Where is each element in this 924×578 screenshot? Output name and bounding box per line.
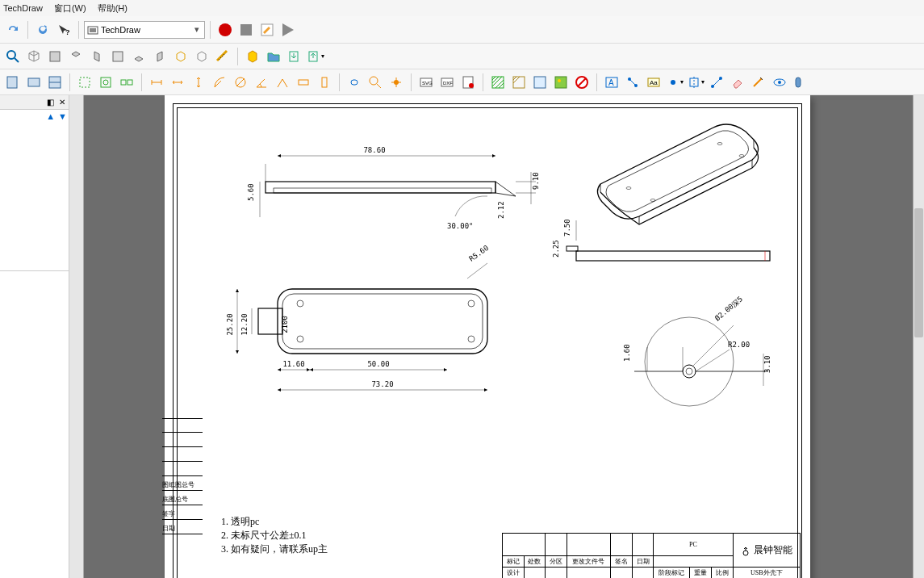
dim-30-00: 30.00° bbox=[447, 222, 474, 230]
right-view-icon[interactable] bbox=[87, 47, 107, 66]
svg-line-73 bbox=[467, 263, 487, 279]
stop-icon[interactable] bbox=[236, 20, 256, 40]
page-new-icon[interactable] bbox=[243, 47, 262, 66]
svg-point-24 bbox=[370, 77, 378, 85]
svg-line-5 bbox=[15, 58, 19, 62]
svg-point-89 bbox=[686, 368, 692, 375]
menu-window[interactable]: 窗口(W) bbox=[54, 2, 86, 15]
scrollbar-vertical[interactable] bbox=[913, 95, 924, 578]
bottom-view-icon[interactable] bbox=[129, 47, 148, 66]
td-detail-view-icon[interactable] bbox=[96, 73, 115, 92]
td-geom-hatch-icon[interactable] bbox=[509, 73, 529, 92]
td-view-icon[interactable] bbox=[24, 73, 44, 92]
macro-edit-icon[interactable] bbox=[257, 20, 277, 40]
front-view-icon[interactable] bbox=[45, 47, 65, 66]
td-leaderline-icon[interactable] bbox=[623, 73, 642, 92]
td-balloon-icon[interactable] bbox=[366, 73, 385, 92]
svg-text:DXF: DXF bbox=[443, 81, 453, 86]
ruler-vertical bbox=[69, 95, 84, 578]
folder-open-icon[interactable] bbox=[264, 47, 283, 66]
svg-text:SVG: SVG bbox=[422, 81, 433, 86]
tree-view[interactable]: ▲▼ bbox=[0, 110, 69, 271]
top-view-icon[interactable] bbox=[66, 47, 86, 66]
td-dim-horizontal-icon[interactable] bbox=[168, 73, 187, 92]
record-icon[interactable] bbox=[215, 20, 235, 40]
dim-2-12: 2.12 bbox=[497, 201, 505, 219]
play-icon[interactable] bbox=[278, 20, 298, 40]
td-image-icon[interactable] bbox=[551, 73, 571, 92]
dim-9-10: 9.10 bbox=[532, 172, 540, 190]
td-export-page-icon[interactable] bbox=[458, 73, 478, 92]
td-richtext-icon[interactable]: Aa bbox=[644, 73, 663, 92]
td-show-all-icon[interactable] bbox=[770, 73, 789, 92]
svg-rect-14 bbox=[80, 77, 90, 87]
td-section-icon[interactable] bbox=[45, 73, 65, 92]
td-toggle-frame-icon[interactable] bbox=[572, 73, 592, 92]
svg-line-19 bbox=[215, 81, 221, 87]
td-dim-length-icon[interactable] bbox=[147, 73, 166, 92]
td-centerline-icon[interactable]: ▾ bbox=[686, 73, 705, 92]
pin-icon[interactable]: ◧ bbox=[47, 98, 54, 107]
td-cosmetic-vertex-icon[interactable]: ▾ bbox=[665, 73, 684, 92]
svg-point-72 bbox=[468, 336, 475, 342]
toolbar-view: ▾ bbox=[0, 44, 924, 69]
td-annotation-icon[interactable]: A bbox=[602, 73, 621, 92]
td-decorate-icon[interactable] bbox=[749, 73, 768, 92]
td-symbol-icon[interactable] bbox=[530, 73, 550, 92]
close-panel-icon[interactable]: ✕ bbox=[59, 98, 65, 107]
measure-icon[interactable] bbox=[213, 47, 232, 66]
property-view[interactable] bbox=[0, 271, 69, 578]
td-page-icon[interactable] bbox=[3, 73, 23, 92]
dim-50-00: 50.00 bbox=[367, 360, 389, 368]
model-panel: ◧ ✕ ▲▼ bbox=[0, 95, 69, 578]
dim-25-20: 25.20 bbox=[226, 313, 234, 335]
td-dim-angle-icon[interactable] bbox=[252, 73, 271, 92]
td-dim-vertical-icon[interactable] bbox=[189, 73, 208, 92]
refresh-icon[interactable] bbox=[33, 20, 52, 40]
td-dim-angle3pt-icon[interactable] bbox=[273, 73, 292, 92]
td-insert-view-icon[interactable] bbox=[75, 73, 94, 92]
td-export-svg-icon[interactable]: SVG bbox=[416, 73, 436, 92]
svg-point-82 bbox=[739, 155, 744, 157]
export-icon[interactable] bbox=[285, 47, 304, 66]
menu-help[interactable]: 帮助(H) bbox=[98, 2, 128, 15]
dim-2-25: 2.25 bbox=[552, 240, 560, 258]
box2-view-icon[interactable] bbox=[192, 47, 211, 66]
left-view-icon[interactable] bbox=[150, 47, 169, 66]
svg-point-49 bbox=[671, 80, 675, 85]
dim-78-60: 78.60 bbox=[363, 146, 385, 154]
dim-3-10: 3.10 bbox=[763, 355, 771, 373]
export-dropdown-icon[interactable]: ▾ bbox=[306, 47, 325, 66]
iso-view-icon[interactable] bbox=[24, 47, 44, 66]
svg-rect-66 bbox=[278, 289, 487, 354]
box-view-icon[interactable] bbox=[171, 47, 190, 66]
td-cosmetic-eraser-icon[interactable] bbox=[728, 73, 747, 92]
menu-techdraw[interactable]: TechDraw bbox=[3, 3, 43, 13]
td-extent-h-icon[interactable] bbox=[294, 73, 313, 92]
dim-11-60: 11.60 bbox=[282, 360, 304, 368]
svg-rect-15 bbox=[101, 77, 111, 87]
td-projection-icon[interactable] bbox=[117, 73, 136, 92]
td-link-dim-icon[interactable] bbox=[345, 73, 364, 92]
svg-line-46 bbox=[629, 79, 636, 86]
td-extent-v-icon[interactable] bbox=[315, 73, 334, 92]
td-landmark-icon[interactable] bbox=[387, 73, 406, 92]
rear-view-icon[interactable] bbox=[108, 47, 128, 66]
svg-rect-58 bbox=[265, 182, 495, 193]
drawing-canvas[interactable]: 5.60 78.60 9.10 30.00° 2.12 bbox=[69, 95, 924, 578]
td-hatch-icon[interactable] bbox=[488, 73, 508, 92]
td-export-dxf-icon[interactable]: DXF bbox=[437, 73, 457, 92]
td-dim-radius-icon[interactable] bbox=[210, 73, 229, 92]
svg-point-87 bbox=[645, 317, 734, 406]
whatsthis-icon[interactable]: ? bbox=[54, 20, 73, 40]
workbench-selector[interactable]: TechDraw bbox=[84, 21, 205, 39]
td-weld-icon[interactable] bbox=[791, 73, 810, 92]
svg-rect-7 bbox=[113, 52, 123, 61]
zoom-fit-icon[interactable] bbox=[3, 47, 23, 66]
drawing-notes: 1. 透明pc 2. 未标尺寸公差±0.1 3. 如有疑问，请联系up主 bbox=[221, 515, 328, 555]
td-dim-diameter-icon[interactable] bbox=[231, 73, 250, 92]
svg-point-39 bbox=[558, 79, 561, 82]
title-block: PC 晨钟智能 标记 处数 分区 更改文件号 签名 日 bbox=[502, 533, 801, 578]
td-2point-line-icon[interactable] bbox=[707, 73, 726, 92]
redo-icon[interactable] bbox=[3, 20, 23, 40]
